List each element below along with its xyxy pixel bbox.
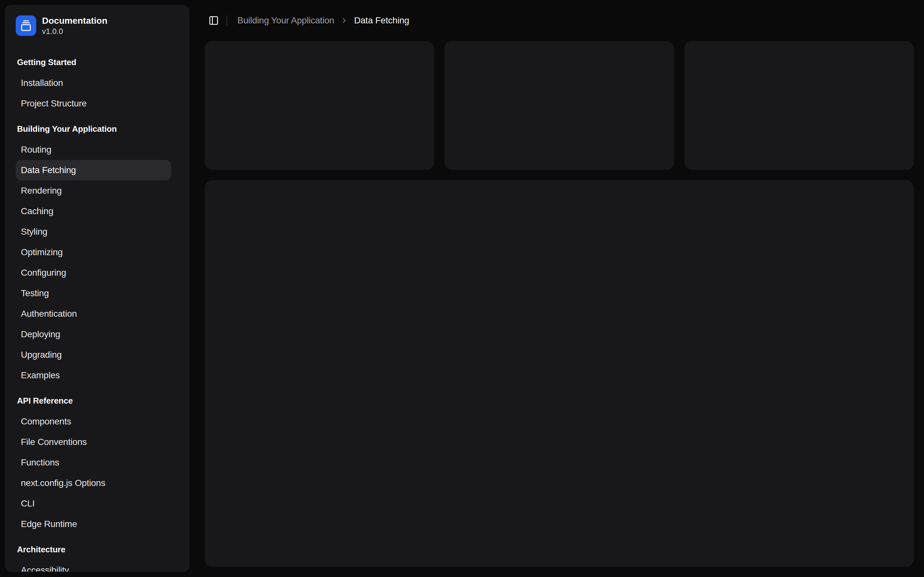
placeholder-card [205, 41, 434, 170]
chevron-right-icon [340, 16, 349, 25]
sidebar: Documentation v1.0.0 Getting Started Ins… [5, 5, 189, 572]
sidebar-item-rendering[interactable]: Rendering [16, 181, 171, 201]
sidebar-item-file-conventions[interactable]: File Conventions [16, 432, 171, 452]
sidebar-item-project-structure[interactable]: Project Structure [16, 93, 171, 114]
header-separator [226, 15, 227, 26]
sidebar-header-button[interactable]: Documentation v1.0.0 [11, 11, 184, 41]
sidebar-item-next-config-js-options[interactable]: next.config.js Options [16, 473, 171, 493]
sidebar-item-optimizing[interactable]: Optimizing [16, 242, 171, 263]
breadcrumb: Building Your Application Data Fetching [237, 15, 409, 26]
sidebar-group-items: Components File Conventions Functions ne… [11, 411, 184, 534]
sidebar-group-label-building-your-application: Building Your Application [11, 119, 184, 139]
sidebar-item-routing[interactable]: Routing [16, 139, 171, 160]
sidebar-group-items: Accessibility [11, 560, 184, 572]
sidebar-item-caching[interactable]: Caching [16, 201, 171, 221]
sidebar-group-items: Routing Data Fetching Rendering Caching … [11, 139, 184, 386]
main-header: Building Your Application Data Fetching [194, 0, 924, 41]
app-title: Documentation [42, 15, 107, 26]
app-logo [16, 15, 36, 36]
sidebar-group-label-getting-started: Getting Started [11, 52, 184, 73]
sidebar-group-label-api-reference: API Reference [11, 391, 184, 411]
content-placeholder-panel [205, 180, 914, 567]
sidebar-group: API Reference Components File Convention… [11, 391, 184, 534]
placeholder-card [684, 41, 914, 170]
sidebar-item-upgrading[interactable]: Upgrading [16, 345, 171, 365]
sidebar-toggle-button[interactable] [205, 11, 223, 29]
sidebar-group: Architecture Accessibility [11, 540, 184, 572]
sidebar-nav: Getting Started Installation Project Str… [11, 52, 184, 572]
sidebar-item-installation[interactable]: Installation [16, 73, 171, 93]
sidebar-item-authentication[interactable]: Authentication [16, 303, 171, 324]
sidebar-group: Getting Started Installation Project Str… [11, 52, 184, 114]
sidebar-item-deploying[interactable]: Deploying [16, 324, 171, 345]
app-version: v1.0.0 [42, 27, 107, 36]
sidebar-item-examples[interactable]: Examples [16, 365, 171, 386]
sidebar-item-components[interactable]: Components [16, 411, 171, 432]
sidebar-item-configuring[interactable]: Configuring [16, 263, 171, 283]
sidebar-item-data-fetching[interactable]: Data Fetching [16, 160, 171, 181]
panel-left-icon [208, 15, 219, 26]
breadcrumb-current-page: Data Fetching [354, 15, 409, 26]
gallery-vertical-end-icon [20, 20, 32, 31]
breadcrumb-parent-link[interactable]: Building Your Application [237, 15, 334, 26]
sidebar-item-cli[interactable]: CLI [16, 493, 171, 514]
sidebar-item-functions[interactable]: Functions [16, 452, 171, 473]
main-content [194, 41, 924, 577]
sidebar-group: Building Your Application Routing Data F… [11, 119, 184, 386]
placeholder-card-row [205, 41, 914, 170]
sidebar-group-items: Installation Project Structure [11, 73, 184, 114]
sidebar-item-edge-runtime[interactable]: Edge Runtime [16, 514, 171, 534]
sidebar-item-testing[interactable]: Testing [16, 283, 171, 303]
sidebar-item-styling[interactable]: Styling [16, 221, 171, 242]
main-area: Building Your Application Data Fetching [194, 0, 924, 577]
sidebar-group-label-architecture: Architecture [11, 540, 184, 560]
sidebar-item-accessibility[interactable]: Accessibility [16, 560, 171, 572]
placeholder-card [444, 41, 674, 170]
